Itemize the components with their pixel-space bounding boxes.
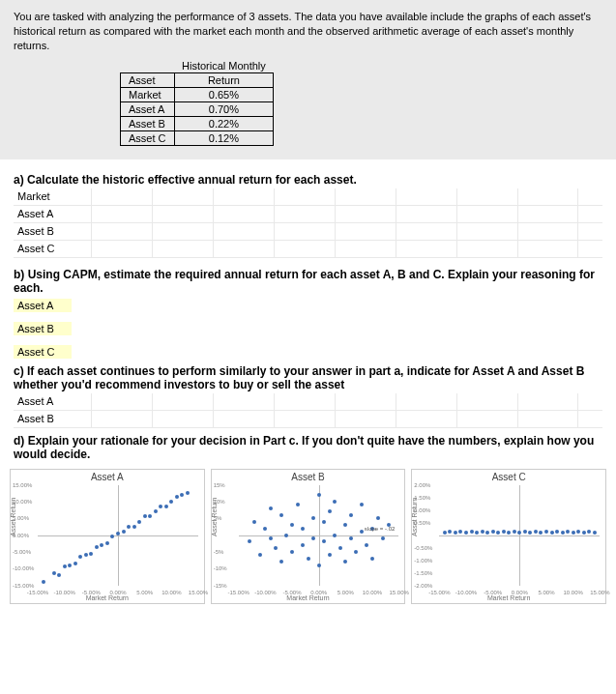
asset-name: Market: [121, 87, 175, 101]
answer-label: Market: [14, 188, 91, 205]
question-d: d) Explain your rationale for your decis…: [14, 434, 602, 461]
table-row: Asset B0.22%: [121, 116, 274, 130]
questions-section: a) Calculate the historic effective annu…: [0, 159, 616, 463]
chart-title: Asset B: [212, 470, 405, 482]
intro-text: You are tasked with analyzing the perfor…: [14, 10, 602, 53]
asset-name: Asset A: [121, 101, 175, 116]
chart-ylabel: Asset Return: [411, 497, 418, 535]
chart-asset-a: Asset A Asset Return Market Return 15.00…: [10, 469, 205, 604]
chart-xlabel: Market Return: [487, 594, 530, 601]
answer-b-a: Asset A: [14, 299, 602, 312]
answer-label: Asset A: [14, 299, 72, 312]
answer-label: Asset A: [14, 393, 91, 410]
asset-name: Asset C: [121, 130, 175, 145]
chart-asset-b: Asset B Asset Return Market Return 15%10…: [211, 469, 406, 604]
answer-label: Asset B: [14, 322, 72, 335]
chart-title: Asset C: [412, 470, 605, 482]
chart-title: Asset A: [11, 470, 204, 482]
table-row: Market0.65%: [121, 87, 274, 101]
asset-value: 0.70%: [174, 101, 274, 116]
col-asset-spacer: [121, 59, 175, 73]
chart-asset-c: Asset C Asset Return Market Return 2.00%…: [411, 469, 606, 604]
table-row: Asset C0.12%: [121, 130, 274, 145]
returns-table: Historical Monthly Asset Return Market0.…: [120, 59, 274, 146]
answer-label: Asset B: [14, 223, 91, 240]
answer-label: Asset A: [14, 206, 91, 222]
problem-statement: You are tasked with analyzing the perfor…: [0, 0, 616, 159]
question-c: c) If each asset continues to perform si…: [14, 364, 602, 391]
chart-xlabel: Market Return: [86, 594, 129, 601]
question-b: b) Using CAPM, estimate the required ann…: [14, 268, 602, 295]
charts-row: Asset A Asset Return Market Return 15.00…: [0, 463, 616, 614]
answer-b-b: Asset B: [14, 322, 602, 335]
asset-name: Asset B: [121, 116, 175, 130]
col-asset-header: Asset: [121, 72, 175, 87]
col-return-header2: Return: [174, 72, 274, 87]
asset-value: 0.65%: [174, 87, 274, 101]
answer-label: Asset C: [14, 345, 72, 359]
answer-label: Asset C: [14, 241, 91, 257]
returns-table-wrap: Historical Monthly Asset Return Market0.…: [120, 59, 602, 146]
answer-grid-a: Market Asset A Asset B Asset C: [14, 188, 602, 258]
plot-area-a: 15.00%10.00%5.00%0.00%-5.00%-10.00%-15.0…: [38, 485, 198, 586]
chart-xlabel: Market Return: [286, 594, 329, 601]
plot-area-b: 15%10%5%-5%-10%-15%-15.00%-10.00%-5.00%0…: [239, 485, 399, 586]
table-row: Asset A0.70%: [121, 101, 274, 116]
answer-label: Asset B: [14, 411, 91, 427]
question-a: a) Calculate the historic effective annu…: [14, 173, 602, 187]
asset-value: 0.12%: [174, 130, 274, 145]
plot-area-c: 2.00%1.50%1.00%0.50%-0.50%-1.00%-1.50%-2…: [439, 485, 600, 586]
answer-b-c: Asset C: [14, 345, 602, 359]
col-return-header1: Historical Monthly: [174, 59, 274, 73]
answer-grid-c: Asset A Asset B: [14, 393, 602, 428]
asset-value: 0.22%: [174, 116, 274, 130]
